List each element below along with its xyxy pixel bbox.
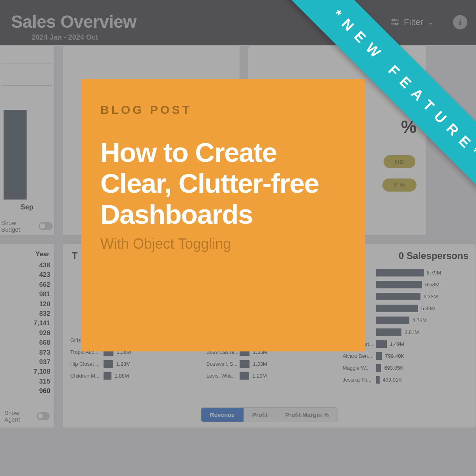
blog-title: How to Create Clear, Clutter-free Dashbo… — [100, 137, 346, 230]
number-value: 873 — [4, 348, 50, 357]
hbar-value: 5.99M — [421, 305, 436, 311]
hbar-bar — [376, 269, 424, 276]
svg-point-0 — [328, 18, 334, 25]
hbar-value: 6.58M — [425, 282, 440, 288]
number-value: 981 — [4, 290, 50, 299]
title-block: Sales Overview 2024 Jan - 2024 Oct — [11, 12, 326, 42]
hbar-bar — [104, 372, 111, 380]
number-value: 315 — [4, 377, 50, 386]
hbar-bar-wrap: 693.05K — [376, 364, 468, 372]
hbar-bar — [376, 328, 401, 336]
hbar-label: Maggie W... — [343, 365, 376, 371]
hbar-bar-wrap: 1.33M — [240, 360, 332, 368]
hbar-bar — [104, 360, 113, 368]
hbar-bar — [240, 372, 249, 380]
number-value: 7,141 — [4, 319, 50, 328]
hbar-label: Alvaro Ben... — [343, 353, 376, 359]
sort-label: t — [357, 17, 360, 27]
hbar-row: Levis, Whit...1.29M — [206, 370, 332, 381]
svg-point-3 — [392, 19, 394, 21]
hbar-bar — [376, 364, 381, 372]
tab-revenue[interactable]: Revenue — [201, 408, 244, 422]
search-icon — [326, 17, 338, 28]
pill-buttons: ND Y % — [382, 153, 416, 194]
pill-end[interactable]: ND — [384, 155, 415, 168]
info-button[interactable]: i — [453, 15, 467, 29]
page-title: Sales Overview — [11, 12, 326, 32]
hbar-value: 439.01K — [383, 377, 402, 383]
grid-line — [1, 85, 52, 86]
number-value: 926 — [4, 328, 50, 338]
hbar-bar-wrap: 5.99M — [376, 305, 468, 312]
number-value: 832 — [4, 309, 50, 319]
hbar-label: Hip Closet ... — [70, 361, 104, 367]
pill-y[interactable]: Y % — [382, 178, 416, 192]
sort-dropdown[interactable]: t ⌄ — [357, 17, 370, 27]
search-button[interactable] — [326, 17, 338, 28]
number-value: 120 — [4, 299, 50, 309]
hbar-bar — [376, 293, 420, 300]
top10-title-right: 0 Salespersons — [399, 250, 468, 261]
hbar-bar-wrap: 6.79M — [376, 269, 468, 276]
hbar-value: 6.33M — [424, 294, 438, 299]
hbar-bar-wrap: 6.33M — [376, 293, 468, 300]
hbar-value: 6.79M — [427, 270, 441, 276]
number-value: 662 — [4, 280, 50, 290]
number-value: 937 — [4, 357, 50, 367]
filter-label: Filter — [404, 17, 423, 27]
number-value: 7,108 — [4, 367, 50, 376]
variance-pct-1: % — [401, 75, 416, 95]
number-value: 960 — [4, 386, 50, 396]
show-budget-toggle-row: Show Budget — [1, 219, 53, 233]
hbar-bar-wrap: 1.49M — [376, 340, 468, 348]
hbar-value: 1.33M — [253, 361, 267, 367]
hbar-bar-wrap: 4.73M — [376, 317, 468, 324]
hbar-bar-wrap: 799.40K — [376, 352, 468, 360]
hbar-label: Children M... — [70, 373, 104, 379]
hbar-label: Jessika Th... — [343, 377, 376, 383]
header-bar: Sales Overview 2024 Jan - 2024 Oct t ⌄ F… — [0, 0, 476, 45]
blog-subtitle: With Object Toggling — [100, 236, 346, 252]
svg-line-1 — [334, 24, 336, 26]
hbar-bar — [376, 305, 418, 312]
hbar-bar-wrap: 3.61M — [376, 328, 468, 336]
bar — [4, 110, 27, 200]
variance-title: t Variance % — [365, 65, 416, 75]
year-column-header: Year — [4, 250, 50, 258]
show-budget-toggle[interactable] — [38, 222, 53, 230]
number-list: 4364236629811208327,1419266688739377,108… — [4, 261, 50, 396]
hbar-bar — [376, 340, 387, 348]
hbar-row: Children M...1.08M — [70, 370, 196, 381]
hbar-bar-wrap: 1.29M — [240, 372, 332, 380]
hbar-bar — [376, 352, 382, 360]
hbar-value: 799.40K — [385, 353, 404, 359]
hbar-row: Alvaro Ben...799.40K — [343, 350, 468, 361]
hbar-bar — [376, 376, 380, 384]
filter-dropdown[interactable]: Filter ⌄ — [390, 17, 433, 27]
chevron-down-icon: ⌄ — [365, 19, 370, 26]
blog-eyebrow: BLOG POST — [100, 103, 346, 117]
hbar-bar — [376, 281, 422, 288]
show-agent-toggle[interactable] — [36, 412, 50, 420]
hbar-label: Levis, Whit... — [206, 373, 240, 379]
metric-tabs: Revenue Profit Profit Margin % — [201, 407, 338, 422]
tab-profit[interactable]: Profit — [244, 408, 276, 422]
tab-margin[interactable]: Profit Margin % — [276, 408, 338, 422]
hbar-value: 1.28M — [116, 361, 131, 367]
hbar-bar-wrap: 439.01K — [376, 376, 468, 384]
hbar-row: Bosswell, S...1.33M — [206, 358, 332, 369]
hbar-bar — [240, 360, 250, 368]
number-value: 668 — [4, 338, 50, 347]
hbar-value: 3.61M — [405, 329, 419, 335]
hbar-row: Hip Closet ...1.28M — [70, 358, 196, 369]
hbar-value: 4.73M — [413, 317, 427, 323]
blog-card: BLOG POST How to Create Clear, Clutter-f… — [81, 79, 365, 351]
variance-pct-2: % — [401, 117, 416, 137]
toggle-label: Show Agent — [4, 409, 33, 423]
month-label: Sep — [0, 203, 54, 211]
header-controls: t ⌄ Filter ⌄ i — [326, 15, 467, 29]
hbar-value: 1.29M — [252, 373, 267, 379]
hbar-row: Jessika Th...439.01K — [343, 374, 468, 385]
hbar-bar — [376, 317, 409, 324]
sliders-icon — [390, 17, 400, 27]
